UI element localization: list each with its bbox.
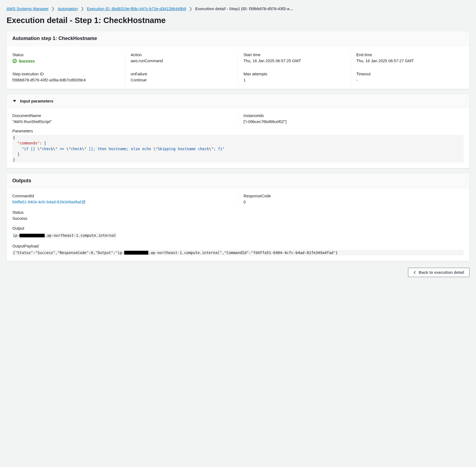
outputpayload-value: {"Status":"Success","ResponseCode":0,"Ou…	[12, 250, 464, 255]
page-title: Execution detail - Step 1: CheckHostname	[7, 16, 469, 25]
outputs-panel: Outputs CommandId fd4ffa51-6404-4cfc-b4a…	[7, 173, 469, 261]
max-attempts-value: 1	[243, 78, 345, 82]
start-time-label: Start time	[243, 53, 345, 57]
back-button[interactable]: Back to execution detail	[408, 268, 469, 277]
documentname-label: DocumentName	[12, 113, 232, 118]
responsecode-label: ResponseCode	[243, 194, 458, 198]
output-value: ip-.ap-northeast-1.compute.internal	[12, 233, 117, 238]
outputpayload-label: OutputPayload	[12, 244, 464, 248]
timeout-label: Timeout	[356, 72, 458, 76]
parameters-label: Parameters	[12, 129, 464, 133]
breadcrumb: AWS Systems Manager ❯ Automation ❯ Execu…	[7, 4, 469, 14]
input-parameters-panel: Input parameters DocumentName "AWS-RunSh…	[7, 94, 469, 168]
parameters-json: { "commands": [ "if [[ \"check\" == \"ch…	[12, 135, 464, 163]
action-value: aws:runCommand	[131, 59, 233, 63]
step-id-label: Step execution ID	[12, 72, 120, 76]
status-badge: Success	[12, 59, 35, 63]
end-time-value: Thu, 16 Jan 2025 06:57:27 GMT	[356, 59, 458, 63]
chevron-left-icon	[413, 271, 416, 274]
chevron-right-icon: ❯	[51, 7, 55, 11]
instanceids-value: ["i-09bcec76bd96cef02"]	[243, 119, 458, 124]
input-parameters-toggle[interactable]: Input parameters	[7, 94, 469, 108]
breadcrumb-service[interactable]: AWS Systems Manager	[7, 7, 49, 11]
outputs-title: Outputs	[12, 178, 31, 183]
commandid-link[interactable]: fd4ffa51-6404-4cfc-b4ad-81fe349a4fad	[12, 200, 86, 204]
start-time-value: Thu, 16 Jan 2025 06:57:25 GMT	[243, 59, 345, 63]
step-summary-title: Automation step 1: CheckHostname	[12, 36, 97, 41]
commandid-value: fd4ffa51-6404-4cfc-b4ad-81fe349a4fad	[12, 200, 81, 204]
onfailure-value: Continue	[131, 78, 233, 82]
caret-down-icon	[13, 100, 16, 102]
breadcrumb-execution-id[interactable]: Execution ID: 6bd6319e-f68c-447c-b72e-d3…	[87, 7, 186, 11]
instanceids-label: InstanceIds	[243, 113, 458, 118]
status-value: Success	[19, 59, 35, 63]
output-status-value: Success	[12, 216, 464, 221]
breadcrumb-automation[interactable]: Automation	[58, 7, 78, 11]
action-label: Action	[131, 53, 233, 57]
footer-actions: Back to execution detail	[7, 266, 469, 277]
step-summary-header: Automation step 1: CheckHostname	[7, 31, 469, 46]
output-status-label: Status	[12, 210, 464, 215]
back-button-label: Back to execution detail	[419, 270, 464, 275]
timeout-value: -	[356, 78, 458, 82]
responsecode-value: 0	[243, 200, 458, 204]
step-id-value: f39bb678-d576-43f2-a39a-6db7cd9039c4	[12, 78, 120, 82]
redacted-text	[124, 251, 148, 255]
documentname-value: "AWS-RunShellScript"	[12, 119, 232, 124]
input-parameters-title: Input parameters	[20, 99, 53, 103]
redacted-text	[19, 234, 45, 238]
status-label: Status	[12, 53, 120, 57]
max-attempts-label: Max attempts	[243, 72, 345, 76]
step-summary-panel: Automation step 1: CheckHostname Status …	[7, 31, 469, 89]
onfailure-label: onFailure	[131, 72, 233, 76]
success-icon	[12, 59, 17, 63]
output-label: Output	[12, 226, 464, 230]
breadcrumb-current: Execution detail - Step1 (ID: f39bb678-d…	[195, 7, 294, 11]
end-time-label: End time	[356, 53, 458, 57]
chevron-right-icon: ❯	[81, 7, 84, 11]
commandid-label: CommandId	[12, 194, 232, 198]
chevron-right-icon: ❯	[189, 7, 192, 11]
external-link-icon	[82, 200, 86, 204]
outputs-header: Outputs	[7, 173, 469, 188]
